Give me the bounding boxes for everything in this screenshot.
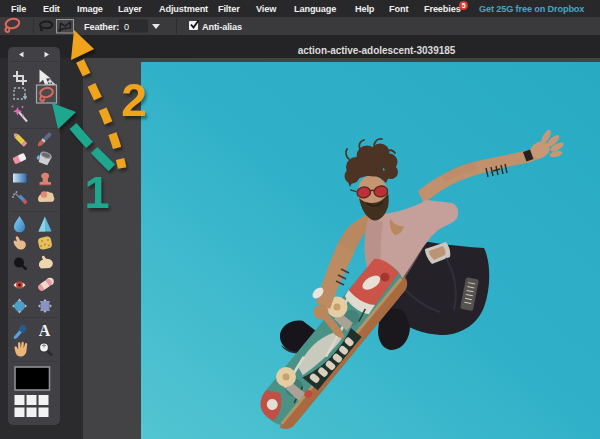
svg-text:A: A <box>39 322 51 339</box>
